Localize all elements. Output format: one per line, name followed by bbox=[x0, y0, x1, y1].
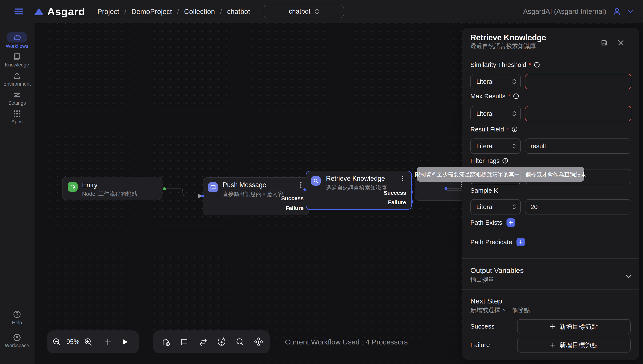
run-workflow-button[interactable] bbox=[122, 330, 128, 354]
value-input-result-field[interactable]: result bbox=[525, 138, 631, 154]
node-subtitle: Node: 工作流程的起點 bbox=[82, 190, 137, 198]
zoom-in-button[interactable] bbox=[84, 330, 93, 354]
sliders-icon bbox=[13, 91, 21, 99]
close-icon bbox=[618, 40, 624, 46]
gear-icon bbox=[13, 333, 21, 342]
field-label-result-field: Result Field* bbox=[470, 126, 518, 133]
plus-icon bbox=[550, 324, 556, 330]
value-input-max-results[interactable] bbox=[525, 106, 631, 121]
select-updown-icon bbox=[512, 143, 516, 149]
info-icon[interactable] bbox=[534, 62, 540, 68]
add-target-node-failure-button[interactable]: 新增目標節點 bbox=[517, 338, 631, 352]
retrieve-knowledge-icon bbox=[311, 176, 321, 186]
entry-icon bbox=[68, 182, 78, 192]
node-menu-icon[interactable] bbox=[298, 182, 304, 190]
add-target-node-success-button[interactable]: 新增目標節點 bbox=[517, 319, 631, 334]
node-entry[interactable]: Entry Node: 工作流程的起點 bbox=[62, 177, 162, 200]
output-variables-title: Output Variables bbox=[470, 266, 524, 274]
next-step-subtitle: 新增或選擇下一個節點 bbox=[470, 306, 530, 314]
workflow-select-value: chatbot bbox=[289, 8, 310, 15]
node-title: Push Message bbox=[223, 181, 266, 189]
sidebar-item-help[interactable]: Help bbox=[0, 310, 34, 326]
info-icon[interactable] bbox=[502, 158, 508, 164]
sidebar-item-workflows[interactable]: Workflows bbox=[0, 32, 34, 49]
field-label-similarity-threshold: Similarity Threshold* bbox=[470, 61, 540, 68]
swap-connection-button[interactable] bbox=[198, 330, 208, 354]
plus-icon bbox=[508, 220, 513, 225]
sidebar-item-settings[interactable]: Settings bbox=[0, 91, 34, 106]
add-message-node-button[interactable] bbox=[180, 330, 188, 354]
type-select-sample-k[interactable]: Literal bbox=[470, 199, 521, 214]
port-label-failure: Failure bbox=[286, 205, 304, 212]
next-step-failure-label: Failure bbox=[470, 341, 490, 348]
select-updown-icon bbox=[512, 204, 516, 210]
node-title: Entry bbox=[82, 181, 97, 189]
app-header: Asgard Project/ DemoProject/ Collection/… bbox=[0, 0, 643, 23]
field-label-sample-k: Sample K bbox=[470, 187, 498, 194]
add-entry-node-button[interactable] bbox=[161, 330, 170, 354]
broadcast-button[interactable] bbox=[217, 330, 226, 354]
account-chevron-down-icon[interactable] bbox=[627, 10, 633, 14]
breadcrumb-demoproject[interactable]: DemoProject bbox=[131, 8, 172, 16]
book-icon bbox=[13, 53, 21, 61]
node-subtitle: 直接輸出訊息的回應內容 bbox=[223, 190, 283, 198]
field-label-max-results: Max Results* bbox=[470, 92, 519, 100]
node-config-panel: Retrieve Knowledge 透過自然語言檢索知識庫 Similarit… bbox=[462, 28, 639, 360]
select-updown-icon bbox=[315, 8, 319, 15]
port-label-success: Success bbox=[281, 195, 304, 202]
select-updown-icon bbox=[512, 111, 516, 116]
panel-subtitle: 透過自然語言檢索知識庫 bbox=[470, 42, 536, 50]
sidebar-item-environment[interactable]: Environment bbox=[0, 72, 34, 87]
node-tools-toolbar bbox=[153, 330, 270, 354]
field-label-path-exists: Path Exists bbox=[470, 219, 502, 226]
node-push-message[interactable]: Push Message 直接輸出訊息的回應內容 Success Failure bbox=[203, 177, 309, 215]
help-circle-icon bbox=[13, 310, 21, 318]
upload-icon bbox=[13, 72, 21, 80]
move-canvas-button[interactable] bbox=[254, 330, 263, 354]
type-select-max-results[interactable]: Literal bbox=[470, 106, 521, 121]
path-exists-row: Path Exists bbox=[470, 218, 515, 227]
add-node-button[interactable] bbox=[104, 330, 112, 354]
panel-title: Retrieve Knowledge bbox=[470, 33, 546, 42]
menu-icon[interactable] bbox=[15, 8, 23, 14]
account-name: AsgardAI (Asgard Internal) bbox=[523, 8, 606, 16]
plus-icon bbox=[550, 342, 556, 348]
sidebar-item-knowledge[interactable]: Knowledge bbox=[0, 53, 34, 68]
info-icon[interactable] bbox=[512, 126, 518, 132]
save-icon bbox=[601, 40, 607, 46]
push-message-icon bbox=[208, 182, 218, 192]
select-updown-icon bbox=[512, 78, 516, 84]
filter-tags-tooltip: 限制資料至少需要滿足該組標籤清單的其中一個標籤才會作為查詢結果 bbox=[417, 167, 584, 182]
workflow-select[interactable]: chatbot bbox=[264, 5, 344, 18]
workflow-status-text: Current Workflow Used : 4 Processors bbox=[285, 330, 408, 354]
apps-grid-icon bbox=[13, 110, 21, 118]
app-title: Asgard bbox=[47, 6, 85, 18]
search-canvas-button[interactable] bbox=[236, 330, 245, 354]
zoom-level: 95% bbox=[66, 330, 80, 354]
value-input-similarity-threshold[interactable] bbox=[525, 74, 631, 89]
folder-icon bbox=[13, 33, 21, 42]
node-subtitle: 透過自然語言檢索知識庫 bbox=[326, 184, 387, 192]
save-button[interactable] bbox=[601, 40, 607, 48]
close-panel-button[interactable] bbox=[618, 40, 624, 48]
add-path-exists-button[interactable] bbox=[507, 218, 515, 227]
asgard-logo-icon bbox=[34, 8, 44, 15]
breadcrumb-project[interactable]: Project bbox=[97, 8, 119, 16]
sidebar-item-workspace[interactable]: Workspace bbox=[0, 333, 34, 348]
node-retrieve-knowledge[interactable]: Retrieve Knowledge 透過自然語言檢索知識庫 Success F… bbox=[306, 171, 412, 210]
type-select-result-field[interactable]: Literal bbox=[470, 138, 521, 154]
type-select-similarity-threshold[interactable]: Literal bbox=[470, 74, 521, 89]
node-menu-icon[interactable] bbox=[399, 175, 406, 184]
chevron-down-icon bbox=[626, 274, 632, 278]
add-path-predicate-button[interactable] bbox=[517, 238, 525, 246]
sidebar-item-apps[interactable]: Apps bbox=[0, 110, 34, 125]
breadcrumb-collection[interactable]: Collection bbox=[184, 8, 215, 16]
plus-icon bbox=[518, 240, 523, 244]
output-variables-expand-button[interactable] bbox=[626, 272, 632, 280]
info-icon[interactable] bbox=[513, 93, 519, 99]
node-title: Retrieve Knowledge bbox=[326, 175, 385, 182]
value-input-sample-k[interactable]: 20 bbox=[525, 199, 631, 214]
breadcrumb-chatbot[interactable]: chatbot bbox=[227, 8, 250, 16]
user-icon[interactable] bbox=[612, 7, 621, 16]
zoom-out-button[interactable] bbox=[52, 330, 61, 354]
